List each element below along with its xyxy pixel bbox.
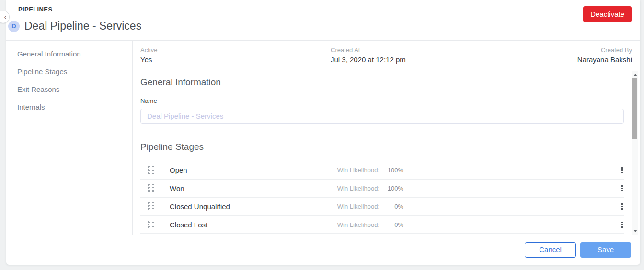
win-likelihood-divider — [408, 220, 408, 229]
footer-action-bar: Cancel Save — [6, 235, 640, 264]
scroll-up-arrow-icon[interactable] — [633, 74, 637, 76]
meta-label: Created By — [482, 46, 632, 54]
drag-handle-icon[interactable] — [148, 184, 154, 192]
sidebar: General Information Pipeline Stages Exit… — [10, 41, 133, 235]
win-likelihood-value[interactable]: 100% — [380, 185, 403, 192]
section-title-pipeline-stages: Pipeline Stages — [140, 142, 624, 152]
meta-field-created-at: Created At Jul 3, 2020 at 12:12 pm — [331, 46, 482, 70]
meta-value: Jul 3, 2020 at 12:12 pm — [331, 56, 482, 64]
drag-handle-icon[interactable] — [148, 202, 154, 211]
cancel-button[interactable]: Cancel — [525, 242, 576, 258]
save-button[interactable]: Save — [580, 242, 631, 258]
win-likelihood-divider — [408, 202, 408, 211]
body: General Information Pipeline Stages Exit… — [6, 40, 640, 235]
meta-value: Narayana Bakshi — [482, 56, 632, 64]
win-likelihood-label: Win Likelihood: — [337, 203, 380, 210]
win-likelihood-label: Win Likelihood: — [337, 221, 380, 228]
win-likelihood-label: Win Likelihood: — [337, 185, 380, 192]
deactivate-button[interactable]: Deactivate — [583, 6, 632, 22]
win-likelihood-divider — [408, 166, 408, 175]
main-panel: Active Yes Created At Jul 3, 2020 at 12:… — [133, 41, 640, 235]
kebab-menu-icon[interactable] — [621, 222, 623, 228]
pipeline-detail-card: ‹ PIPELINES D Deal Pipeline - Services D… — [6, 0, 640, 265]
pipeline-avatar: D — [8, 21, 20, 32]
chevron-left-icon: ‹ — [4, 14, 6, 20]
breadcrumb[interactable]: PIPELINES — [18, 6, 53, 13]
section-title-general-information: General Information — [140, 77, 624, 88]
win-likelihood-value[interactable]: 0% — [380, 203, 403, 210]
sidebar-item-pipeline-stages[interactable]: Pipeline Stages — [17, 68, 132, 85]
stage-name: Won — [170, 184, 184, 192]
vertical-scrollbar[interactable] — [632, 71, 638, 235]
meta-bar: Active Yes Created At Jul 3, 2020 at 12:… — [133, 41, 640, 70]
sidebar-item-internals[interactable]: Internals — [17, 103, 132, 121]
stage-name: Open — [170, 166, 187, 174]
meta-label: Created At — [331, 46, 482, 54]
stage-name: Closed Unqualified — [170, 202, 230, 211]
stage-list: Open Win Likelihood: 100% Won Win Likeli… — [140, 161, 624, 234]
drag-handle-icon[interactable] — [148, 166, 154, 174]
meta-field-created-by: Created By Narayana Bakshi — [482, 46, 641, 70]
sidebar-item-exit-reasons[interactable]: Exit Reasons — [17, 85, 132, 103]
page-title: Deal Pipeline - Services — [24, 20, 141, 33]
pipeline-name-input[interactable] — [140, 109, 624, 124]
scroll-down-arrow-icon[interactable] — [633, 230, 637, 232]
section-divider — [140, 135, 624, 135]
drag-handle-icon[interactable] — [148, 221, 154, 229]
stage-row-closed-unqualified: Closed Unqualified Win Likelihood: 0% — [140, 197, 624, 215]
meta-label: Active — [140, 46, 331, 54]
page-header: ‹ PIPELINES D Deal Pipeline - Services D… — [6, 0, 640, 40]
form-scroll-area[interactable]: General Information Name Pipeline Stages… — [133, 70, 640, 235]
name-field-label: Name — [140, 97, 624, 104]
sidebar-divider — [17, 131, 125, 131]
title-row: D Deal Pipeline - Services — [8, 20, 141, 33]
meta-field-active: Active Yes — [133, 46, 331, 70]
meta-value: Yes — [140, 56, 331, 64]
scrollbar-thumb[interactable] — [632, 78, 637, 139]
kebab-menu-icon[interactable] — [621, 185, 623, 191]
sidebar-item-general-information[interactable]: General Information — [17, 50, 132, 68]
stage-row-open: Open Win Likelihood: 100% — [140, 161, 624, 179]
win-likelihood-label: Win Likelihood: — [337, 167, 380, 174]
kebab-menu-icon[interactable] — [621, 203, 623, 210]
stage-row-won: Won Win Likelihood: 100% — [140, 179, 624, 197]
win-likelihood-value[interactable]: 100% — [380, 167, 403, 174]
kebab-menu-icon[interactable] — [621, 167, 623, 173]
stage-name: Closed Lost — [170, 221, 207, 229]
win-likelihood-value[interactable]: 0% — [380, 221, 403, 228]
win-likelihood-divider — [408, 184, 408, 193]
stage-row-closed-lost: Closed Lost Win Likelihood: 0% — [140, 215, 624, 234]
